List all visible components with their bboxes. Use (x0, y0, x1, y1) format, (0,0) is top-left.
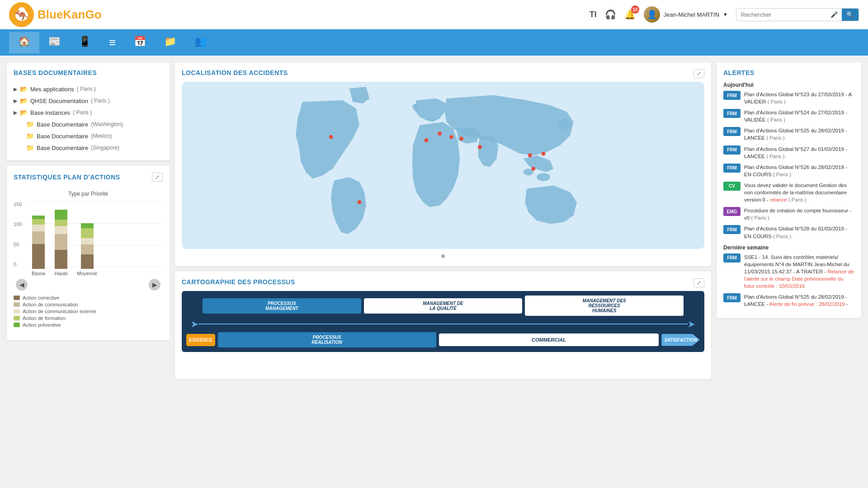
navbar: 🏠 📰 📱 ≡ 📅 📁 👥 (0, 29, 868, 56)
logo-text: BlueKanGo (38, 8, 102, 22)
chart-area: Type par Priorité 150 100 50 0 (14, 186, 163, 333)
svg-point-9 (459, 136, 463, 141)
pagination-dot (441, 254, 445, 258)
cartographie-expand-button[interactable]: ⤢ (693, 278, 704, 287)
list-item[interactable]: 📁 Base Documentaire (Mexico) (14, 130, 163, 142)
svg-point-15 (531, 167, 535, 171)
expand-button[interactable]: ⤢ (152, 173, 163, 182)
alert-badge-frm: FRM (723, 225, 741, 234)
process-row-realisation: EXIGENCE PROCESSUS RÉALISATION COMMERCIA… (186, 332, 700, 347)
cartographie-title: CARTOGRAPHIE DES PROCESSUS (182, 278, 704, 286)
notifications-wrapper[interactable]: 🔔 10 (624, 9, 636, 20)
today-label: Aujourd'hui (723, 82, 854, 88)
search-button[interactable]: 🔍 (842, 9, 859, 21)
legend-item: Action de communication (14, 302, 163, 307)
folder-icon: 📂 (20, 85, 28, 93)
svg-point-11 (478, 145, 482, 149)
alert-badge-frm: FRM (723, 164, 741, 173)
legend-item: Action préventive (14, 322, 163, 328)
legend-color-communication (14, 302, 20, 307)
search-input[interactable] (736, 9, 827, 21)
header: 🦘 BlueKanGo TI 🎧 🔔 10 👤 Jean-Michel MART… (0, 0, 868, 29)
chevron-right-icon: ▶ (14, 98, 17, 104)
nav-items: 🏠 📰 📱 ≡ 📅 📁 👥 (9, 32, 859, 53)
typography-icon[interactable]: TI (590, 10, 597, 19)
legend-color-communication-externe (14, 309, 20, 314)
search-area: 🎤 🔍 (736, 8, 859, 21)
world-map (182, 82, 704, 249)
logo-icon: 🦘 (9, 2, 34, 27)
nav-item-calendar[interactable]: 📅 (125, 32, 155, 53)
user-dropdown-icon[interactable]: ▼ (723, 12, 728, 17)
statistiques-card: STATISTIQUES PLAN D'ACTIONS ⤢ Type par P… (7, 166, 170, 340)
chart-navigation: ◀ ▶ (14, 279, 163, 291)
list-item: FRM Plan d'Actions Global N°526 du 28/02… (723, 164, 854, 178)
list-item[interactable]: ▶ 📂 Base instances ( Paris ) (14, 107, 163, 118)
folder-icon: 📂 (20, 109, 28, 116)
notification-badge: 10 (631, 5, 639, 14)
alert-badge-frm: FRM (723, 91, 741, 100)
nav-item-home[interactable]: 🏠 (9, 32, 39, 53)
user-menu[interactable]: 👤 Jean-Michel MARTIN ▼ (644, 6, 728, 23)
cartographie-card: CARTOGRAPHIE DES PROCESSUS ⤢ PROCESSUS M… (175, 272, 711, 379)
localisation-expand-button[interactable]: ⤢ (693, 69, 704, 78)
mic-icon[interactable]: 🎤 (827, 9, 842, 21)
left-sidebar: BASES DOCUMENTAIRES ▶ 📂 Mes applications… (7, 62, 170, 481)
avatar: 👤 (644, 6, 660, 23)
alert-badge-emg: EMG (723, 207, 741, 216)
header-right: TI 🎧 🔔 10 👤 Jean-Michel MARTIN ▼ 🎤 🔍 (590, 6, 859, 23)
alert-badge-frm: FRM (723, 293, 741, 302)
alert-badge-frm: FRM (723, 145, 741, 155)
localisation-card: LOCALISATION DES ACCIDENTS ⤢ (175, 62, 711, 266)
process-box-commercial: COMMERCIAL (439, 333, 659, 346)
bar-chart: 150 100 50 0 (14, 202, 163, 276)
headset-icon[interactable]: 🎧 (605, 9, 616, 20)
nav-item-users[interactable]: 👥 (185, 32, 216, 53)
bar-group-haute: Haute (55, 203, 68, 276)
process-box-realisation: PROCESSUS RÉALISATION (218, 332, 436, 347)
svg-point-14 (358, 200, 362, 204)
process-arrow-row: ➤ ➤ (186, 319, 700, 329)
svg-point-8 (449, 135, 453, 139)
nav-item-folder[interactable]: 📁 (155, 32, 185, 53)
bases-documentaires-card: BASES DOCUMENTAIRES ▶ 📂 Mes applications… (7, 62, 170, 160)
nav-item-list[interactable]: ≡ (100, 32, 125, 53)
alertes-title: ALERTES (723, 69, 854, 76)
svg-point-12 (528, 153, 532, 157)
localisation-title: LOCALISATION DES ACCIDENTS (182, 69, 704, 76)
process-flow: PROCESSUS MANAGEMENT MANAGEMENT DE LA QU… (182, 291, 704, 352)
legend-item: Action de communication externe (14, 309, 163, 314)
process-map: PROCESSUS MANAGEMENT MANAGEMENT DE LA QU… (182, 291, 704, 372)
alert-badge-frm: FRM (723, 253, 741, 263)
alert-badge-cv: CV (723, 182, 741, 191)
bar-group-basse: Basse (32, 203, 46, 276)
chevron-right-icon: ▶ (14, 110, 17, 116)
process-row-management: PROCESSUS MANAGEMENT MANAGEMENT DE LA QU… (186, 296, 700, 316)
process-box-exigence: EXIGENCE (186, 334, 215, 346)
folder-icon: 📂 (20, 97, 28, 104)
bases-documentaires-title: BASES DOCUMENTAIRES (14, 69, 163, 76)
legend-color-preventive (14, 323, 20, 327)
svg-point-10 (425, 138, 429, 142)
list-item[interactable]: 📁 Base Documentaire (Singapore) (14, 142, 163, 154)
legend-color-corrective (14, 296, 20, 300)
svg-point-7 (438, 131, 442, 136)
chart-next-button[interactable]: ▶ (149, 279, 160, 291)
legend-item: Action corrective (14, 295, 163, 300)
statistiques-title: STATISTIQUES PLAN D'ACTIONS (14, 174, 120, 181)
list-item[interactable]: ▶ 📂 QHSE Documentation ( Paris ) (14, 95, 163, 107)
process-box-management: PROCESSUS MANAGEMENT (203, 298, 361, 314)
chart-prev-button[interactable]: ◀ (16, 279, 28, 291)
logo-area: 🦘 BlueKanGo (9, 2, 102, 27)
svg-point-6 (329, 135, 333, 139)
folder-icon: 📁 (26, 121, 34, 128)
list-item[interactable]: 📁 Base Documentaire (Washington) (14, 118, 163, 130)
list-item: FRM SSE1 - 14. Suivi des contrôles matér… (723, 253, 854, 290)
nav-item-news[interactable]: 📰 (39, 32, 70, 53)
folder-icon: 📁 (26, 132, 34, 140)
stats-header: STATISTIQUES PLAN D'ACTIONS ⤢ (14, 173, 163, 182)
center-content: LOCALISATION DES ACCIDENTS ⤢ (170, 62, 717, 481)
nav-item-tablet[interactable]: 📱 (70, 32, 100, 53)
process-box-satisfaction: SATISFACTION (661, 334, 700, 346)
list-item[interactable]: ▶ 📂 Mes applications ( Paris ) (14, 83, 163, 95)
